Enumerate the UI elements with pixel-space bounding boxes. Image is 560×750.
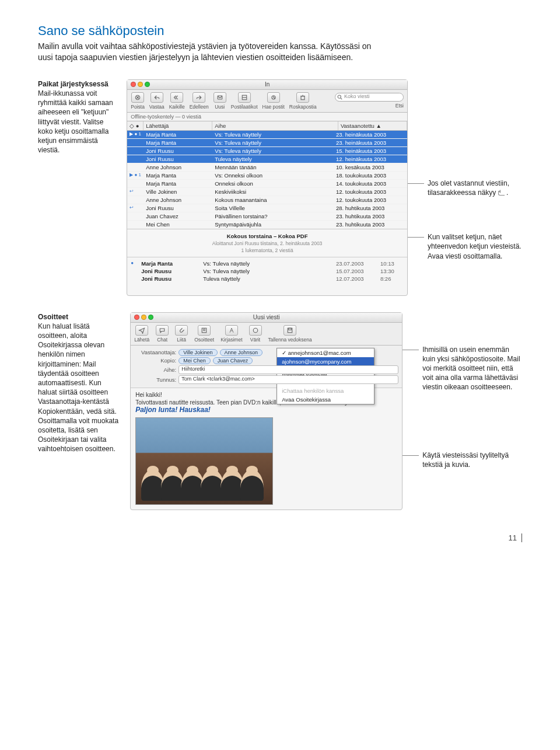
mail-row[interactable]: ▶ ● 1Marja RantaVs: Onneksi olkoon18. to… (127, 172, 407, 180)
värit-icon (249, 325, 262, 336)
side-heading-2: Osoitteet (38, 313, 68, 321)
close-icon[interactable] (131, 82, 136, 87)
summary-row[interactable]: ●Marja RantaVs: Tuleva näyttely23.07.200… (131, 260, 404, 267)
tallenna-vedoksena-button[interactable]: Tallenna vedoksena (268, 325, 312, 343)
liitä-icon (175, 325, 188, 336)
account-label: Tunnus: (134, 376, 176, 383)
vastaa-button[interactable]: Vastaa (149, 92, 164, 110)
postilaatikot-button[interactable]: Postilaatikot (231, 92, 258, 110)
osoitteet-button[interactable]: Osoitteet (194, 325, 214, 343)
zoom-icon[interactable] (145, 82, 150, 87)
kirjasimet-icon (225, 325, 238, 336)
to-token[interactable]: Anne Johnson (220, 349, 263, 356)
menu-ichat: iChattaa henkilön kanssa (277, 386, 374, 395)
minimize-icon[interactable] (138, 82, 143, 87)
to-token[interactable]: Ville Jokinen (178, 349, 217, 356)
lähetä-icon (135, 325, 148, 336)
poista-icon (131, 92, 144, 103)
compose-window: Uusi viesti LähetäChatLiitäOsoitteetKirj… (130, 312, 402, 510)
svg-point-8 (253, 328, 258, 333)
mail-row[interactable]: ▶ ● 1Marja RantaVs: Tuleva näyttely23. h… (127, 131, 407, 139)
from-header[interactable]: Lähettäjä (144, 121, 212, 130)
cc-token[interactable]: Mei Chen (178, 357, 211, 364)
account-select[interactable]: Tom Clark <tclark3@mac.com> (178, 375, 398, 384)
svg-rect-1 (218, 96, 222, 99)
edelleen-icon (192, 92, 205, 103)
mail-row[interactable]: Joni RuusuTuleva näyttely12. heinäkuuta … (127, 155, 407, 163)
subject-header[interactable]: Aihe (212, 121, 338, 130)
vastaa-icon (150, 92, 163, 103)
page-number: 11 (38, 533, 522, 542)
zoom-icon[interactable] (148, 315, 153, 320)
mail-row[interactable]: Mei ChenSyntymäpäiväjuhla23. huhtikuuta … (127, 221, 407, 229)
chat-icon (156, 325, 169, 336)
svg-point-5 (338, 95, 341, 98)
date-header[interactable]: Vastaanotettu ▲ (338, 121, 407, 130)
uusi-button[interactable]: Uusi (214, 92, 226, 110)
mail-row[interactable]: Joni RuusuVs: Tuleva näyttely15. heinäku… (127, 147, 407, 155)
svg-point-7 (204, 329, 205, 330)
close-icon[interactable] (134, 315, 139, 320)
kaikille-button[interactable]: Kaikille (169, 92, 185, 110)
search-label: Etsi (396, 103, 404, 109)
menu-email-1[interactable]: ✓ annejohnson1@mac.com (277, 348, 374, 357)
osoitteet-icon (198, 325, 211, 336)
poista-button[interactable]: Poista (131, 92, 145, 110)
callout-styled-text: Käytä viesteissäsi tyyliteltyä tekstiä j… (422, 451, 522, 469)
callout-thread-summary: Kun valitset ketjun, näet yhteenvedon ke… (428, 232, 522, 261)
status-text: Offline-työskentely — 0 viestiä (131, 114, 201, 120)
lähetä-button[interactable]: Lähetä (134, 325, 149, 343)
callout-reply-indicator: Jos olet vastannut viestiin, tilasarakke… (428, 179, 522, 197)
intro-text: Mailin avulla voit vaihtaa sähköpostivie… (38, 41, 385, 63)
edelleen-button[interactable]: Edelleen (190, 92, 209, 110)
hae postit-icon (267, 92, 280, 103)
side-body-2: Kun haluat lisätä osoitteen, aloita Osoi… (38, 322, 118, 453)
hae-postit-button[interactable]: Hae postit (262, 92, 285, 110)
kirjasimet-button[interactable]: Kirjasimet (220, 325, 242, 343)
attached-photo (135, 417, 273, 505)
callout-multiple-addresses: Ihmisillä on usein enemmän kuin yksi säh… (422, 345, 522, 392)
thread-title: Kokous torstaina – Kokoa PDF (227, 233, 308, 239)
uusi-icon (214, 92, 226, 103)
mail-row[interactable]: ↩Joni RuusuSoita Villelle28. huhtikuuta … (127, 204, 407, 212)
menu-open-addressbook[interactable]: Avaa Osoitekirjassa (277, 395, 374, 404)
side-body-1: Mail-ikkunassa voit ryhmittää kaikki sam… (38, 89, 113, 154)
mail-row[interactable]: ↩Ville JokinenKeskiviikoksi12. toukokuut… (127, 188, 407, 196)
värit-button[interactable]: Värit (249, 325, 262, 343)
summary-row[interactable]: Joni RuusuVs: Tuleva näyttely15.07.20031… (131, 267, 404, 275)
reply-arrow-icon (498, 191, 505, 196)
minimize-icon[interactable] (141, 315, 146, 320)
roskapostia-button[interactable]: Roskapostia (289, 92, 317, 110)
thread-meta: Aloittanut Joni Ruusu tiistaina, 2. hein… (131, 240, 404, 246)
side-heading-1: Paikat järjestyksessä (38, 80, 108, 88)
mail-body-styled: Paljon lunta! Hauskaa! (135, 406, 397, 414)
to-label: Vastaanottaja: (134, 349, 176, 355)
mail-row[interactable]: Marja RantaVs: Tuleva näyttely23. heinäk… (127, 139, 407, 147)
subject-input[interactable]: Hiihtoretki (178, 365, 398, 374)
tallenna vedoksena-icon (284, 325, 296, 336)
window-title: Uusi viesti (253, 314, 280, 320)
summary-row[interactable]: Joni RuusuTuleva näyttely12.07.20038:26 (131, 275, 404, 282)
flag-col[interactable]: ◇ ● (127, 121, 144, 130)
thread-unread: 1 lukematonta, 2 viestiä (131, 247, 404, 253)
window-titlebar: In (127, 80, 407, 90)
mail-row[interactable]: Anne JohnsonKokous maanantaina12. toukok… (127, 196, 407, 204)
cc-label: Kopio: (134, 357, 176, 364)
page-title: Sano se sähköpostein (38, 23, 522, 39)
roskapostia-icon (296, 92, 309, 103)
cc-token[interactable]: Juan Chavez (213, 357, 253, 364)
chat-button[interactable]: Chat (156, 325, 169, 343)
kaikille-icon (170, 92, 183, 103)
mail-row[interactable]: Anne JohnsonMennään tänään10. kesäkuuta … (127, 163, 407, 172)
postilaatikot-icon (238, 92, 251, 103)
svg-rect-4 (301, 96, 304, 100)
mail-row[interactable]: Juan ChavezPäivällinen torstaina?23. huh… (127, 212, 407, 221)
svg-rect-10 (289, 328, 292, 330)
search-input[interactable]: Koko viesti (335, 93, 404, 102)
mail-window: In PoistaVastaaKaikilleEdelleenUusiPosti… (127, 79, 408, 296)
mail-row[interactable]: Marja RantaOnneksi olkoon14. toukokuuta … (127, 180, 407, 188)
liitä-button[interactable]: Liitä (175, 325, 188, 343)
window-title: In (265, 81, 270, 88)
subject-label: Aihe: (134, 367, 176, 373)
window-titlebar: Uusi viesti (131, 313, 402, 323)
